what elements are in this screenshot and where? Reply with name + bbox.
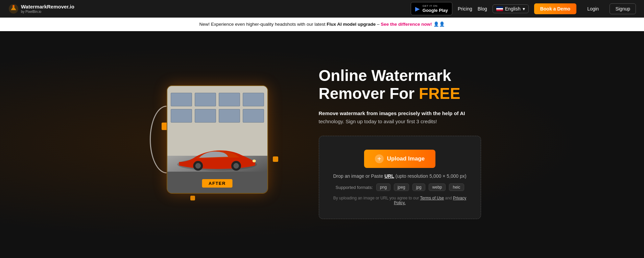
logo-sub: by PixelBin.io xyxy=(21,10,74,14)
hero-subtitle-normal: technology. Sign up today to avail your … xyxy=(319,119,437,124)
upload-plus-icon: + xyxy=(375,154,384,163)
logo-icon xyxy=(8,3,19,14)
svg-point-1 xyxy=(13,5,15,7)
window-8 xyxy=(243,109,264,123)
window-7 xyxy=(219,109,240,123)
upload-box: + Upload Image Drop an image or Paste UR… xyxy=(319,136,481,219)
lang-label: English xyxy=(505,6,521,12)
deco-square-4 xyxy=(190,196,195,200)
window-5 xyxy=(171,109,192,123)
hero-title-line1: Online Watermark xyxy=(319,67,451,84)
terms-text: By uploading an image or URL you agree t… xyxy=(329,196,471,205)
signup-button[interactable]: Signup xyxy=(610,3,636,14)
announcement-cta-text: See the difference now! xyxy=(381,22,432,27)
announcement-cta-link[interactable]: See the difference now! xyxy=(381,22,433,27)
url-paste-link[interactable]: URL xyxy=(384,173,394,179)
navbar: WatermarkRemover.io by PixelBin.io ▶ GET… xyxy=(0,0,644,18)
flag-icon xyxy=(496,6,503,11)
hero-image-demo: AFTER xyxy=(157,72,285,214)
nav-blog-link[interactable]: Blog xyxy=(478,6,487,12)
google-play-button[interactable]: ▶ GET IT ON Google Play xyxy=(411,2,452,15)
hero-subtitle: Remove watermark from images precisely w… xyxy=(319,109,488,126)
upload-image-button[interactable]: + Upload Image xyxy=(364,150,435,168)
svg-point-7 xyxy=(253,159,256,162)
navbar-logo-area: WatermarkRemover.io by PixelBin.io xyxy=(8,3,74,14)
login-button[interactable]: Login xyxy=(582,4,604,14)
after-badge: AFTER xyxy=(202,179,233,188)
hero-text-side: Online Watermark Remover For FREE Remove… xyxy=(319,67,488,219)
car-body xyxy=(172,136,262,177)
chevron-down-icon: ▾ xyxy=(523,6,525,12)
hero-title-line2: Remover For xyxy=(319,85,419,102)
deco-square-3 xyxy=(273,156,278,162)
drop-text-after: (upto resolution 5,000 × 5,000 px) xyxy=(394,173,467,179)
car-svg xyxy=(172,136,262,177)
terms-of-use-link[interactable]: Terms of Use xyxy=(420,196,444,200)
demo-car-image xyxy=(167,86,267,193)
hero-section: AFTER Online Watermark Remover For FREE … xyxy=(0,31,644,255)
drop-text-before: Drop an image or Paste xyxy=(333,173,384,179)
terms-and: and xyxy=(444,196,453,200)
terms-before: By uploading an image or URL you agree t… xyxy=(333,196,420,200)
window-1 xyxy=(171,93,192,106)
navbar-right: ▶ GET IT ON Google Play Pricing Blog Eng… xyxy=(411,2,636,15)
window-2 xyxy=(195,93,216,106)
window-6 xyxy=(195,109,216,123)
announcement-dash: – xyxy=(377,22,381,27)
drop-text: Drop an image or Paste URL (upto resolut… xyxy=(329,173,471,179)
hero-title-free: FREE xyxy=(419,85,460,102)
announcement-highlight: Flux AI model upgrade xyxy=(327,22,376,27)
announcement-text-before: New! Experience even higher-quality head… xyxy=(199,22,327,27)
format-png: png xyxy=(376,184,390,191)
format-heic: heic xyxy=(449,184,464,191)
google-play-text: GET IT ON Google Play xyxy=(423,4,448,13)
formats-row: Supported formats: png jpeg jpg webp hei… xyxy=(329,184,471,191)
nav-pricing-link[interactable]: Pricing xyxy=(458,6,472,12)
announcement-emoji: 👤👤 xyxy=(433,22,445,27)
svg-point-6 xyxy=(234,163,239,168)
formats-label: Supported formats: xyxy=(336,185,373,190)
window-3 xyxy=(219,93,240,106)
get-it-on-label: GET IT ON xyxy=(423,4,448,8)
announcement-bar: New! Experience even higher-quality head… xyxy=(0,18,644,31)
logo-title: WatermarkRemover.io xyxy=(21,4,74,10)
svg-point-4 xyxy=(195,163,201,168)
demo-card: AFTER xyxy=(167,85,268,194)
hero-subtitle-bold: Remove watermark from images precisely w… xyxy=(319,110,465,116)
format-jpg: jpg xyxy=(412,184,425,191)
google-play-label: Google Play xyxy=(423,8,448,13)
book-demo-button[interactable]: Book a Demo xyxy=(534,3,576,14)
building-windows xyxy=(171,93,264,123)
language-selector[interactable]: English ▾ xyxy=(493,4,529,13)
hero-title: Online Watermark Remover For FREE xyxy=(319,67,488,103)
format-jpeg: jpeg xyxy=(394,184,409,191)
logo-text: WatermarkRemover.io by PixelBin.io xyxy=(21,4,74,14)
format-webp: webp xyxy=(429,184,446,191)
play-store-icon: ▶ xyxy=(415,5,420,13)
window-4 xyxy=(243,93,264,106)
upload-btn-label: Upload Image xyxy=(387,155,425,162)
